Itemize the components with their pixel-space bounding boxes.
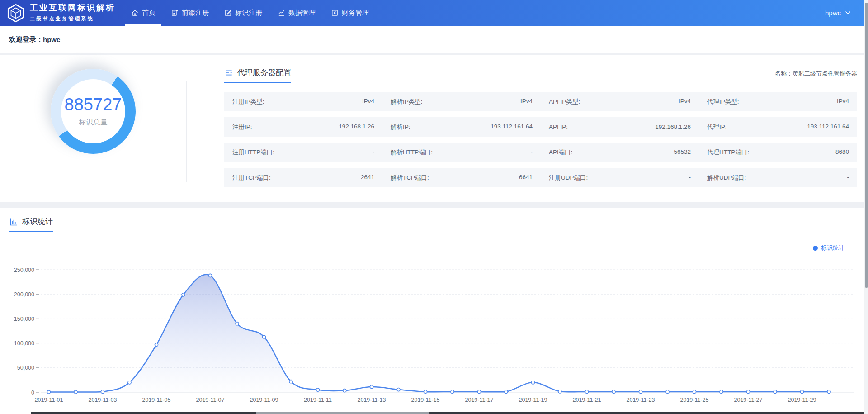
svg-text:2019-11-13: 2019-11-13 <box>357 397 386 403</box>
svg-text:2019-11-09: 2019-11-09 <box>250 397 278 403</box>
proxy-config-panel: 代理服务器配置 名称：黄船二级节点托管服务器 注册IP类型:IPv4 解析IP类… <box>187 55 868 202</box>
svg-text:2019-11-07: 2019-11-07 <box>196 397 224 403</box>
total-identifier-donut: 885727 标识总量 <box>51 69 136 154</box>
svg-text:2019-11-17: 2019-11-17 <box>465 397 493 403</box>
legend-item[interactable]: 标识统计 <box>813 243 844 252</box>
config-cell: API端口:56532 <box>541 148 699 157</box>
nav-item-data-management[interactable]: 数据管理 <box>270 0 323 26</box>
config-cell: 注册IP:192.168.1.26 <box>224 123 382 131</box>
config-cell: 注册UDP端口:- <box>541 174 699 182</box>
config-cell: 解析IP类型:IPv4 <box>382 98 541 106</box>
svg-text:150,000: 150,000 <box>14 316 34 322</box>
svg-text:2019-11-25: 2019-11-25 <box>680 397 708 403</box>
welcome-bar: 欢迎登录： hpwc <box>0 26 868 53</box>
svg-text:2019-11-11: 2019-11-11 <box>304 397 332 403</box>
config-cell: 代理IP:193.112.161.64 <box>699 123 857 131</box>
svg-text:2019-11-01: 2019-11-01 <box>34 397 63 403</box>
app-logo: 工业互联网标识解析 二级节点业务管理系统 <box>0 0 123 26</box>
svg-text:2019-11-27: 2019-11-27 <box>734 397 762 403</box>
svg-text:200,000: 200,000 <box>14 291 34 298</box>
nav-item-finance[interactable]: 财务管理 <box>323 0 377 26</box>
svg-text:2019-11-29: 2019-11-29 <box>788 397 816 403</box>
config-cell: 注册HTTP端口:- <box>224 148 382 157</box>
chevron-down-icon <box>845 11 851 15</box>
user-menu[interactable]: hpwc <box>825 0 868 26</box>
config-cell: 解析TCP端口:6641 <box>382 174 541 182</box>
svg-text:50,000: 50,000 <box>17 365 34 371</box>
total-identifier-panel: 885727 标识总量 <box>0 55 186 202</box>
svg-text:2019-11-05: 2019-11-05 <box>142 397 170 403</box>
nav-item-prefix-register[interactable]: 前缀注册 <box>163 0 217 26</box>
proxy-config-title-wrap: 代理服务器配置 <box>224 67 291 83</box>
config-cell: 注册TCP端口:2641 <box>224 174 382 182</box>
scrollbar-track[interactable] <box>864 0 868 414</box>
home-icon <box>131 9 139 17</box>
config-cell: API IP类型:IPv4 <box>541 98 699 106</box>
statistics-header: 标识统计 <box>9 216 857 232</box>
svg-text:250,000: 250,000 <box>14 267 34 273</box>
config-cell: 解析IP:193.112.161.64 <box>382 123 541 131</box>
table-row: 注册TCP端口:2641 解析TCP端口:6641 注册UDP端口:- 解析UD… <box>224 168 857 187</box>
config-cell: API IP:192.168.1.26 <box>541 124 699 130</box>
nav-item-label: 首页 <box>142 9 156 17</box>
config-cell: 注册IP类型:IPv4 <box>224 98 382 106</box>
svg-text:2019-11-23: 2019-11-23 <box>626 397 655 403</box>
table-row: 注册HTTP端口:- 解析HTTP端口:- API端口:56532 代理HTTP… <box>224 143 857 162</box>
svg-text:2019-11-19: 2019-11-19 <box>519 397 547 403</box>
main-menu: 首页 前缀注册 标识注册 数据管理 财务管理 <box>123 0 377 26</box>
app-title: 工业互联网标识解析 <box>30 4 115 14</box>
bar-chart-icon <box>9 217 18 226</box>
legend-label: 标识统计 <box>821 244 844 252</box>
nav-item-home[interactable]: 首页 <box>123 0 163 26</box>
id-register-icon <box>224 9 232 17</box>
username: hpwc <box>825 9 841 17</box>
server-name-value: 黄船二级节点托管服务器 <box>793 70 857 77</box>
nav-item-label: 财务管理 <box>342 9 369 17</box>
table-row: 注册IP类型:IPv4 解析IP类型:IPv4 API IP类型:IPv4 代理… <box>224 92 857 111</box>
config-cell: 解析HTTP端口:- <box>382 148 541 157</box>
legend-dot-icon <box>813 246 818 251</box>
svg-text:2019-11-21: 2019-11-21 <box>572 397 601 403</box>
cube-logo-icon <box>6 4 25 23</box>
line-chart-svg: 050,000100,000150,000200,000250,0002019-… <box>0 253 868 405</box>
data-management-icon <box>278 9 285 17</box>
nav-item-id-register[interactable]: 标识注册 <box>217 0 270 26</box>
welcome-label: 欢迎登录： <box>9 35 43 44</box>
finance-icon <box>331 9 339 17</box>
config-cell: 解析UDP端口:- <box>699 174 857 182</box>
nav-item-label: 标识注册 <box>235 9 262 17</box>
bottom-edge-thumb <box>256 412 429 414</box>
bottom-edge-strip <box>31 412 868 414</box>
svg-text:2019-11-03: 2019-11-03 <box>88 397 117 403</box>
svg-text:0: 0 <box>31 390 34 396</box>
top-navbar: 工业互联网标识解析 二级节点业务管理系统 首页 前缀注册 标识注册 <box>0 0 868 26</box>
total-identifier-label: 标识总量 <box>79 118 108 127</box>
chart-legend: 标识统计 <box>0 243 868 252</box>
app-subtitle: 二级节点业务管理系统 <box>30 15 115 22</box>
proxy-config-table: 注册IP类型:IPv4 解析IP类型:IPv4 API IP类型:IPv4 代理… <box>224 92 857 187</box>
scrollbar-thumb[interactable] <box>865 3 868 288</box>
welcome-username: hpwc <box>43 36 60 43</box>
nav-item-label: 数据管理 <box>288 9 316 17</box>
server-config-icon <box>224 68 233 77</box>
statistics-card: 标识统计 标识统计 050,000100,000150,000200,00025… <box>0 208 868 414</box>
overview-card: 885727 标识总量 代理服务器配置 名称：黄船二级节点托管服务器 注册IP类… <box>0 55 868 202</box>
proxy-config-title: 代理服务器配置 <box>237 67 291 78</box>
statistics-title-wrap: 标识统计 <box>9 216 53 232</box>
svg-text:100,000: 100,000 <box>14 340 34 347</box>
svg-text:2019-11-15: 2019-11-15 <box>411 397 439 403</box>
nav-item-label: 前缀注册 <box>182 9 209 17</box>
server-name: 名称：黄船二级节点托管服务器 <box>775 70 857 83</box>
prefix-register-icon <box>171 9 179 17</box>
total-identifier-value: 885727 <box>65 95 122 114</box>
config-cell: 代理HTTP端口:8680 <box>699 148 857 157</box>
server-name-label: 名称： <box>775 70 793 77</box>
line-chart: 050,000100,000150,000200,000250,0002019-… <box>0 253 868 405</box>
proxy-config-header: 代理服务器配置 名称：黄船二级节点托管服务器 <box>224 67 857 83</box>
table-row: 注册IP:192.168.1.26 解析IP:193.112.161.64 AP… <box>224 117 857 137</box>
statistics-title: 标识统计 <box>22 216 53 227</box>
config-cell: 代理IP类型:IPv4 <box>699 98 857 106</box>
